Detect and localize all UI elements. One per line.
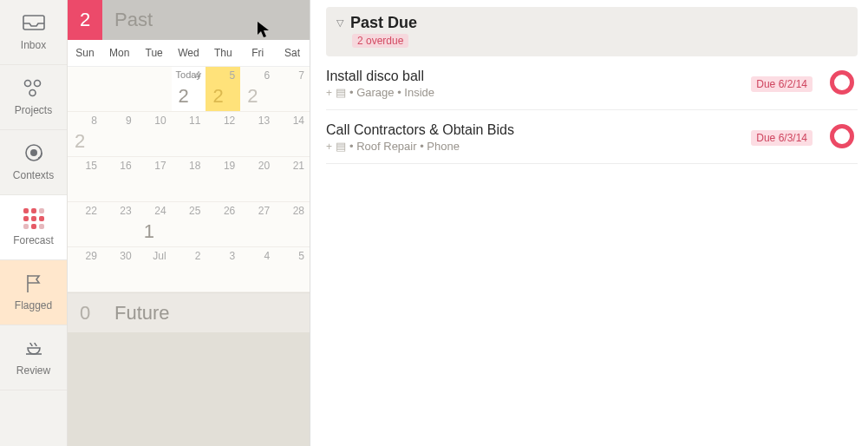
calendar-day[interactable]: 10 [137, 112, 172, 156]
calendar-day[interactable]: Jul [137, 247, 172, 292]
calendar-day[interactable] [137, 67, 172, 111]
calendar-day[interactable]: 4 [240, 247, 275, 292]
weekday: Mon [102, 40, 137, 66]
flagged-icon [22, 273, 46, 294]
overdue-badge: 2 overdue [352, 34, 408, 48]
forecast-calendar: 2 Past Sun Mon Tue Wed Thu Fri Sat 42526… [68, 0, 310, 446]
nav-projects[interactable]: Projects [0, 65, 67, 130]
nav-label: Contexts [13, 169, 54, 181]
calendar-day[interactable]: 15 [68, 157, 102, 201]
complete-circle[interactable] [830, 70, 854, 95]
nav-contexts[interactable]: Contexts [0, 130, 67, 195]
calendar-day[interactable] [102, 67, 137, 111]
calendar-day[interactable] [68, 67, 102, 111]
nav-label: Projects [15, 104, 52, 116]
task-list: Install disco ball+▤ • Garage • InsideDu… [326, 56, 858, 164]
calendar-day[interactable]: 82 [68, 112, 102, 156]
calendar-day[interactable]: 42 [172, 67, 206, 111]
calendar-day[interactable]: 23 [102, 202, 137, 246]
calendar-day[interactable]: 7 [275, 67, 310, 111]
calendar-day[interactable]: 20 [240, 157, 275, 201]
future-space [68, 332, 310, 446]
calendar-day[interactable]: 9 [102, 112, 137, 156]
projects-icon [22, 78, 46, 99]
past-label: Past [102, 9, 153, 31]
contexts-icon [22, 143, 46, 164]
weekday: Sun [68, 40, 102, 66]
nav-inbox[interactable]: Inbox [0, 0, 67, 65]
inbox-icon [22, 13, 46, 34]
note-icon: ▤ [336, 140, 346, 153]
nav-label: Inbox [21, 39, 46, 51]
calendar-day[interactable]: 18 [172, 157, 206, 201]
disclosure-triangle-icon[interactable]: ▽ [336, 17, 343, 29]
sidebar: Inbox Projects Contexts Forecast [0, 0, 68, 446]
future-row[interactable]: 0 Future [68, 292, 310, 332]
review-icon [22, 338, 46, 359]
future-label: Future [102, 302, 170, 325]
calendar-day[interactable]: 13 [240, 112, 275, 156]
task-row[interactable]: Call Contractors & Obtain Bids+▤ • Roof … [326, 110, 858, 164]
past-due-title: Past Due [350, 14, 417, 32]
svg-point-5 [30, 149, 37, 156]
calendar-day[interactable]: 62 [240, 67, 275, 111]
task-row[interactable]: Install disco ball+▤ • Garage • InsideDu… [326, 56, 858, 110]
calendar-day[interactable]: 21 [275, 157, 310, 201]
calendar-day[interactable]: 52 [206, 67, 240, 111]
calendar-day[interactable]: 3 [206, 247, 240, 292]
future-count: 0 [68, 293, 102, 333]
add-icon[interactable]: + [326, 141, 332, 153]
nav-flagged[interactable]: Flagged [0, 260, 67, 325]
calendar-day[interactable]: 14 [275, 112, 310, 156]
calendar-day[interactable]: 12 [206, 112, 240, 156]
due-badge: Due 6/3/14 [751, 130, 813, 146]
weekday-header: Sun Mon Tue Wed Thu Fri Sat [68, 40, 310, 67]
past-due-header[interactable]: ▽ Past Due 2 overdue [326, 7, 858, 56]
past-count: 2 [68, 0, 102, 40]
task-meta: +▤ • Garage • Inside [326, 86, 742, 99]
note-icon: ▤ [336, 86, 346, 99]
calendar-day[interactable]: 241 [137, 202, 172, 246]
add-icon[interactable]: + [326, 87, 332, 99]
calendar-day[interactable]: 16 [102, 157, 137, 201]
calendar-day[interactable]: 29 [68, 247, 102, 292]
calendar-weeks: 4252627829101112131415161718192021222324… [68, 67, 310, 292]
past-row[interactable]: 2 Past [68, 0, 310, 40]
weekday: Thu [206, 40, 240, 66]
weekday: Fri [240, 40, 275, 66]
calendar-day[interactable]: 19 [206, 157, 240, 201]
main-content: ▽ Past Due 2 overdue Install disco ball+… [310, 0, 868, 446]
weekday: Sat [275, 40, 310, 66]
calendar-day[interactable]: 17 [137, 157, 172, 201]
nav-label: Review [16, 364, 50, 377]
weekday: Tue [137, 40, 172, 66]
nav-label: Forecast [13, 234, 54, 246]
calendar-day[interactable]: 22 [68, 202, 102, 246]
due-badge: Due 6/2/14 [751, 76, 813, 92]
svg-point-2 [34, 81, 40, 87]
calendar-day[interactable]: 26 [206, 202, 240, 246]
task-title: Call Contractors & Obtain Bids [326, 122, 742, 138]
svg-point-1 [24, 81, 30, 87]
complete-circle[interactable] [830, 124, 854, 148]
task-title: Install disco ball [326, 69, 742, 84]
nav-label: Flagged [15, 299, 52, 312]
weekday: Wed [172, 40, 206, 66]
calendar-day[interactable]: 2 [172, 247, 206, 292]
nav-review[interactable]: Review [0, 325, 67, 390]
svg-point-3 [29, 90, 36, 96]
calendar-day[interactable]: 28 [275, 202, 310, 246]
calendar-day[interactable]: 27 [240, 202, 275, 246]
svg-rect-0 [23, 16, 44, 30]
forecast-icon [22, 208, 46, 229]
nav-forecast[interactable]: Forecast [0, 195, 67, 260]
calendar-day[interactable]: 5 [275, 247, 310, 292]
calendar-day[interactable]: 30 [102, 247, 137, 292]
task-meta: +▤ • Roof Repair • Phone [326, 140, 742, 153]
calendar-day[interactable]: 25 [172, 202, 206, 246]
calendar-day[interactable]: 11 [172, 112, 206, 156]
